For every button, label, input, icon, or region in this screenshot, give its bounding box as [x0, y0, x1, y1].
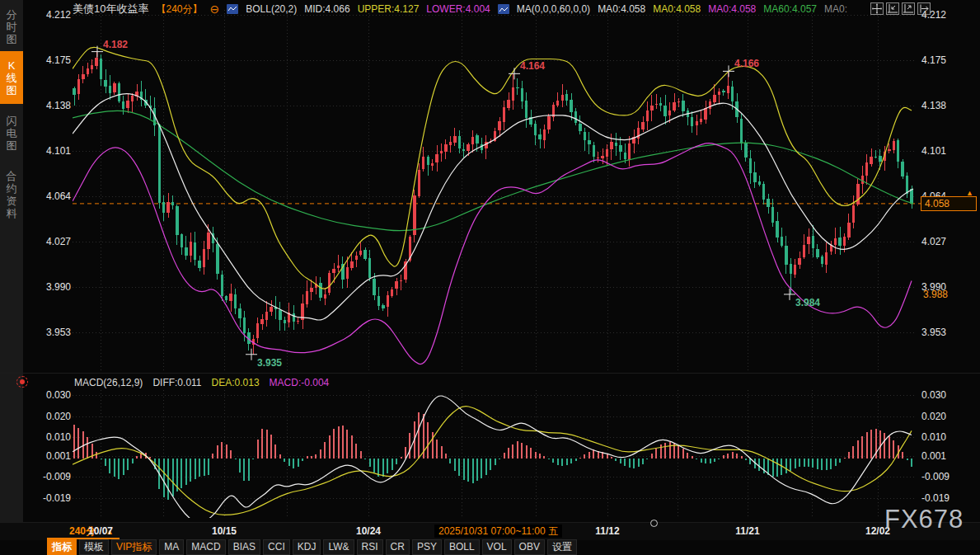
- ma-indicator-icon[interactable]: [498, 4, 509, 14]
- price-axis-label-left: 4.027: [28, 236, 71, 247]
- app-window: 分时图K线图闪电图合约资料 美债10年收益率 【240分】 ⊖ BOLL(20,…: [0, 0, 980, 555]
- boll-mid-line: [73, 94, 913, 320]
- date-label: 11/12: [595, 525, 619, 537]
- time-axis: 240分▲ 2025/10/31 07:00~11:00 五 10/0710/1…: [0, 522, 980, 540]
- date-label: 10/07: [88, 525, 113, 537]
- macd-axis-label-right: -0.019: [921, 492, 971, 504]
- toolbar-button-template[interactable]: 模板: [79, 539, 109, 555]
- boll-indicator-icon[interactable]: [227, 4, 238, 14]
- extreme-price-annotation: 4.182: [103, 39, 128, 50]
- price-axis-label-right: 3.953: [921, 327, 971, 338]
- toolbar-button-vol[interactable]: VOL: [482, 539, 512, 555]
- toolbar-button-obv[interactable]: OBV: [514, 539, 545, 555]
- price-axis-label-right: 4.138: [921, 100, 971, 111]
- indicator-toolbar: 指标模板VIP指标MAMACDBIASCCIKDJLW&RSICRPSYBOLL…: [47, 539, 577, 555]
- instrument-title: 美债10年收益率: [73, 2, 148, 16]
- price-axis-label-right: 4.212: [921, 9, 971, 21]
- ma-value: MA0:4.058: [598, 3, 645, 15]
- macd-axis-label-left: 0.010: [28, 431, 71, 443]
- macd-axis-label-left: 0.001: [28, 450, 71, 462]
- macd-dea-value: DEA:0.013: [212, 377, 260, 388]
- reference-price-label: 3.988: [923, 289, 948, 300]
- macd-label: MACD(26,12,9): [74, 377, 143, 388]
- macd-axis-label-right: 0.020: [921, 411, 971, 422]
- boll-label: BOLL(20,2): [246, 3, 297, 15]
- price-axis-label-right: 4.101: [921, 145, 971, 157]
- ma-label: MA(0,0,0,60,0,0): [517, 3, 590, 15]
- macd-histogram: [73, 412, 912, 501]
- toolbar-button-lw[interactable]: LW&: [323, 539, 354, 555]
- boll-lower-value: LOWER:4.004: [426, 3, 490, 15]
- boll-upper-value: UPPER:4.127: [358, 3, 420, 15]
- axis-zoom-in-icon[interactable]: [902, 2, 915, 15]
- macd-header: MACD(26,12,9) DIFF:0.011 DEA:0.013 MACD:…: [74, 377, 329, 388]
- collapse-icon[interactable]: ⊖: [210, 4, 220, 14]
- price-axis-label-right: 4.175: [921, 54, 971, 66]
- macd-axis-label-left: 0.030: [28, 389, 71, 401]
- date-label: 10/15: [212, 525, 237, 537]
- price-axis-label-left: 3.953: [28, 327, 71, 338]
- candlestick-series: [73, 52, 912, 355]
- extreme-price-annotation: 3.984: [795, 297, 820, 308]
- extreme-marker-crosses: [91, 46, 795, 360]
- ma-value: MA0:: [824, 3, 847, 15]
- toolbar-button-macd[interactable]: MACD: [186, 539, 225, 555]
- chart-canvas[interactable]: [0, 0, 980, 555]
- extreme-price-annotation: 4.166: [734, 58, 759, 69]
- ma-values: MA0:4.058MA0:4.058MA0:4.058MA60:4.057MA0…: [598, 3, 847, 15]
- axis-zoom-out-icon[interactable]: [886, 2, 899, 15]
- toolbar-button-kdj[interactable]: KDJ: [293, 539, 321, 555]
- macd-axis-label-left: 0.020: [28, 411, 71, 422]
- watermark: FX678: [884, 505, 964, 534]
- extreme-price-annotation: 4.164: [520, 60, 545, 72]
- macd-macd-value: MACD:-0.004: [270, 377, 330, 388]
- ma-value: MA0:4.058: [653, 3, 701, 15]
- price-axis-label-left: 4.064: [28, 190, 71, 202]
- macd-axis-label-left: -0.019: [28, 492, 71, 504]
- current-price-label: 4.058: [921, 196, 977, 211]
- price-axis-label-left: 4.101: [28, 145, 71, 157]
- price-axis-label-left: 4.212: [28, 9, 71, 21]
- chart-header: 美债10年收益率 【240分】 ⊖ BOLL(20,2) MID:4.066 U…: [73, 2, 847, 16]
- extreme-price-annotation: 3.935: [257, 357, 282, 369]
- macd-axis-label-right: 0.030: [921, 389, 971, 401]
- macd-axis-label-right: 0.001: [921, 450, 971, 462]
- macd-diff-value: DIFF:0.011: [152, 377, 201, 388]
- toolbar-button-ma[interactable]: MA: [159, 539, 184, 555]
- price-axis-label-left: 4.138: [28, 100, 71, 111]
- ma-value: MA60:4.057: [763, 3, 817, 15]
- toolbar-button-rsi[interactable]: RSI: [357, 539, 383, 555]
- toolbar-button-vip-indicator[interactable]: VIP指标: [111, 539, 157, 555]
- price-up-arrow-icon: ▲: [966, 189, 973, 197]
- price-axis-label-right: 4.027: [921, 236, 971, 247]
- toolbar-button-cci[interactable]: CCI: [263, 539, 290, 555]
- toolbar-button-settings[interactable]: 设置: [547, 539, 577, 555]
- ma60-line: [73, 111, 913, 230]
- period-tag: 【240分】: [156, 2, 202, 16]
- ma-value: MA0:4.058: [708, 3, 756, 15]
- date-label: 10/24: [356, 525, 381, 537]
- crosshair-icon[interactable]: [870, 2, 884, 15]
- overlay-lines: [73, 47, 913, 364]
- boll-mid-value: MID:4.066: [304, 3, 349, 15]
- toolbar-button-boll[interactable]: BOLL: [444, 539, 480, 555]
- macd-axis-label-right: 0.010: [921, 431, 971, 443]
- toolbar-button-bias[interactable]: BIAS: [228, 539, 260, 555]
- selected-bar-timestamp: 2025/10/31 07:00~11:00 五: [434, 524, 562, 538]
- price-axis-label-left: 4.175: [28, 54, 71, 66]
- date-label: 11/21: [735, 525, 759, 537]
- price-axis-label-left: 3.990: [28, 281, 71, 293]
- macd-axis-label-right: -0.009: [921, 471, 971, 482]
- toolbar-button-indicator[interactable]: 指标: [47, 539, 77, 555]
- scroll-marker-dot[interactable]: [650, 520, 658, 527]
- toolbar-button-cr[interactable]: CR: [386, 539, 410, 555]
- toolbar-button-psy[interactable]: PSY: [412, 539, 442, 555]
- macd-axis-label-left: -0.009: [28, 471, 71, 482]
- macd-panel: [73, 396, 912, 523]
